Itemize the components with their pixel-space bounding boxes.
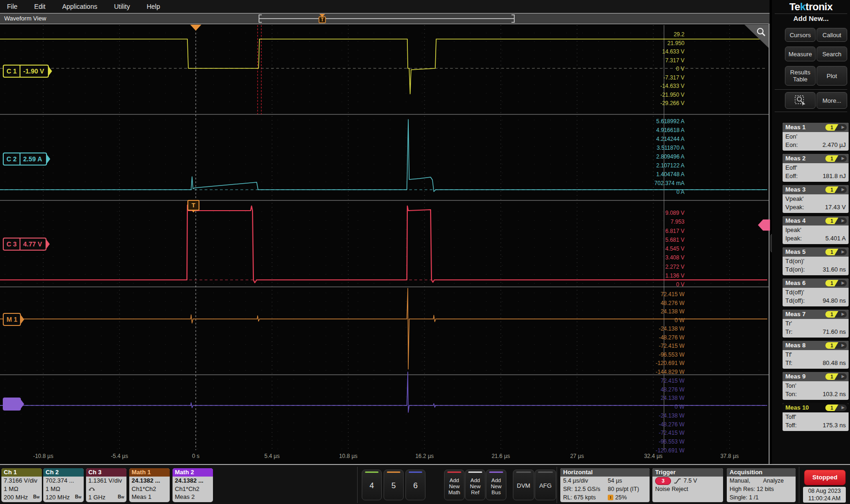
channel-badge-c2[interactable]: C 22.59 A xyxy=(3,153,47,166)
meas-source-toggle[interactable]: 1▶ xyxy=(825,249,847,255)
trigger-settings-card[interactable]: Trigger37.5 VNoise Reject xyxy=(652,468,723,502)
color-stripe xyxy=(468,471,482,473)
meas-card-3[interactable]: Meas 31▶Vpeak'Vpeak:17.43 V xyxy=(783,185,849,213)
sidebar-button-measure[interactable]: Measure xyxy=(785,46,816,61)
add-new-button-add-new-math[interactable]: Add New Math xyxy=(444,470,465,500)
chevron-right-icon: ▶ xyxy=(842,186,844,193)
sidebar-button-callout[interactable]: Callout xyxy=(817,28,847,42)
channel-badge-value: 4.77 V xyxy=(20,240,46,248)
channel-badge-m1[interactable]: M 1 xyxy=(3,313,21,326)
acquisition-settings-card[interactable]: AcquisitionManual,AnalyzeHigh Res: 12 bi… xyxy=(727,468,796,502)
meas-source-toggle[interactable]: 1▶ xyxy=(825,218,847,224)
add-new-button-add-new-bus[interactable]: Add New Bus xyxy=(486,470,506,500)
trigger-level-badge[interactable]: T xyxy=(187,200,199,211)
meas-source-toggle[interactable]: 1▶ xyxy=(825,311,847,318)
channel-card-line xyxy=(86,485,126,493)
divider xyxy=(799,467,799,503)
meas-source-toggle[interactable]: 1▶ xyxy=(825,405,847,411)
time-tick-label: 5.4 µs xyxy=(251,453,293,459)
acquisition-row: High Res: 12 bits xyxy=(727,485,796,493)
channel-badge-c3[interactable]: C 34.77 V xyxy=(3,238,46,251)
channel-card-line: 1 MΩ xyxy=(43,485,84,493)
meas-source-toggle[interactable]: 1▶ xyxy=(825,186,847,193)
meas-card-10[interactable]: Meas 101▶Toff'Toff:175.3 ns xyxy=(783,403,849,431)
meas-label: Td(off): xyxy=(785,297,805,305)
channel-card-ch2[interactable]: Ch 2702.374 ...1 MΩ120 MHzBW xyxy=(43,468,84,502)
channel-badge-m2[interactable]: M 2 xyxy=(3,398,21,411)
meas-value: 17.43 V xyxy=(825,203,846,212)
record-overview-bar[interactable]: T xyxy=(0,13,770,24)
run-stop-status-button[interactable]: Stopped xyxy=(804,470,846,485)
badge-arrow-tip xyxy=(46,239,50,250)
add-new-button-add-new-ref[interactable]: Add New Ref xyxy=(465,470,485,500)
meas-title: Meas 7 xyxy=(785,311,805,318)
sidebar-button-search[interactable]: Search xyxy=(817,46,847,61)
meas-value-row: Tf:80.48 ns xyxy=(785,359,846,367)
divider xyxy=(775,89,847,90)
meas-value-row: Toff:175.3 ns xyxy=(785,421,846,430)
meas-source-toggle[interactable]: 1▶ xyxy=(825,373,847,380)
menu-file[interactable]: File xyxy=(0,3,27,10)
chevron-right-icon: ▶ xyxy=(842,342,844,349)
channel-card-math2[interactable]: Math 224.1382 ...Ch1*Ch2Meas 2 xyxy=(173,468,213,502)
meas-card-header: Meas 21▶ xyxy=(783,154,849,163)
horizontal-settings-card[interactable]: Horizontal5.4 µs/div54 µsSR: 12.5 GS/s80… xyxy=(560,468,650,502)
meas-source-toggle[interactable]: 1▶ xyxy=(825,155,847,162)
meas-source-toggle[interactable]: 1▶ xyxy=(825,124,847,131)
meas-value: 175.3 ns xyxy=(823,421,846,430)
time-tick-label: 0 s xyxy=(175,453,217,459)
tab-waveform-view[interactable]: Waveform View xyxy=(4,15,46,22)
channel-card-ch3[interactable]: Ch 31.1361 V/div1 GHzBW xyxy=(86,468,126,502)
meas-source-number: 1 xyxy=(825,280,838,286)
meas-value: 80.48 ns xyxy=(823,359,846,367)
channel-badge-c1[interactable]: C 1-1.90 V xyxy=(3,65,49,78)
bandwidth-limit-icon: BW xyxy=(33,493,40,502)
acq-mode: Manual, xyxy=(730,477,763,485)
color-stripe xyxy=(538,471,553,473)
util-button-afg[interactable]: AFG xyxy=(535,470,556,500)
meas-title: Meas 4 xyxy=(785,217,805,224)
meas-value-row: Ton:103.2 ns xyxy=(785,390,846,398)
time-tick-label: 27 µs xyxy=(556,453,598,459)
spare-channel-button-4[interactable]: 4 xyxy=(362,470,382,500)
meas-source-toggle[interactable]: 1▶ xyxy=(825,280,847,286)
meas-card-5[interactable]: Meas 51▶Td(on)'Td(on):31.60 ns xyxy=(783,247,849,275)
color-stripe xyxy=(489,471,503,473)
meas-name: Ipeak' xyxy=(785,226,846,234)
channel-card-line: 24.1382 ... xyxy=(173,477,213,485)
menu-edit[interactable]: Edit xyxy=(27,3,55,10)
channel-card-line: 1.1361 V/div xyxy=(86,477,126,485)
spare-channel-button-5[interactable]: 5 xyxy=(384,470,404,500)
meas-value-row: Ipeak:5.401 A xyxy=(785,234,846,243)
menu-applications[interactable]: Applications xyxy=(55,3,107,10)
meas-source-toggle[interactable]: 1▶ xyxy=(825,342,847,349)
meas-card-6[interactable]: Meas 61▶Td(off)'Td(off):94.80 ns xyxy=(783,279,849,306)
channel-card-ch1[interactable]: Ch 17.3166 V/div1 MΩ200 MHzBW xyxy=(1,468,42,502)
meas-card-4[interactable]: Meas 41▶Ipeak'Ipeak:5.401 A xyxy=(783,216,849,244)
sidebar-button-results-table[interactable]: Results Table xyxy=(785,66,816,86)
chevron-right-icon: ▶ xyxy=(842,155,844,162)
meas-card-7[interactable]: Meas 71▶Tr'Tr:71.60 ns xyxy=(783,310,849,338)
sidebar-button-zoom-select[interactable] xyxy=(785,92,816,109)
meas-source-number: 1 xyxy=(825,405,838,411)
graticule-and-traces xyxy=(0,23,769,464)
meas-card-1[interactable]: Meas 11▶Eon'Eon:2.470 µJ xyxy=(783,123,849,151)
menu-utility[interactable]: Utility xyxy=(107,3,139,10)
meas-source-number: 1 xyxy=(825,311,838,318)
menu-help[interactable]: Help xyxy=(139,3,170,10)
spare-channel-button-6[interactable]: 6 xyxy=(405,470,425,500)
bandwidth-limit-icon: BW xyxy=(75,493,81,502)
sidebar-button-cursors[interactable]: Cursors xyxy=(785,28,816,42)
meas-name: Td(off)' xyxy=(785,288,846,297)
sidebar-button-more[interactable]: More... xyxy=(817,92,847,109)
channel-card-header: Ch 2 xyxy=(43,468,84,477)
meas-card-8[interactable]: Meas 81▶Tf'Tf:80.48 ns xyxy=(783,341,849,369)
meas-card-2[interactable]: Meas 21▶Eoff'Eoff:181.8 nJ xyxy=(783,154,849,182)
sidebar-button-plot[interactable]: Plot xyxy=(817,66,847,86)
util-button-dvm[interactable]: DVM xyxy=(513,470,534,500)
meas-card-9[interactable]: Meas 91▶Ton'Ton:103.2 ns xyxy=(783,372,849,400)
meas-card-header: Meas 101▶ xyxy=(783,403,849,412)
trigger-position-marker[interactable] xyxy=(190,25,201,31)
meas-title: Meas 5 xyxy=(785,248,805,255)
channel-card-math1[interactable]: Math 124.1382 ...Ch1*Ch2Meas 1 xyxy=(129,468,170,502)
